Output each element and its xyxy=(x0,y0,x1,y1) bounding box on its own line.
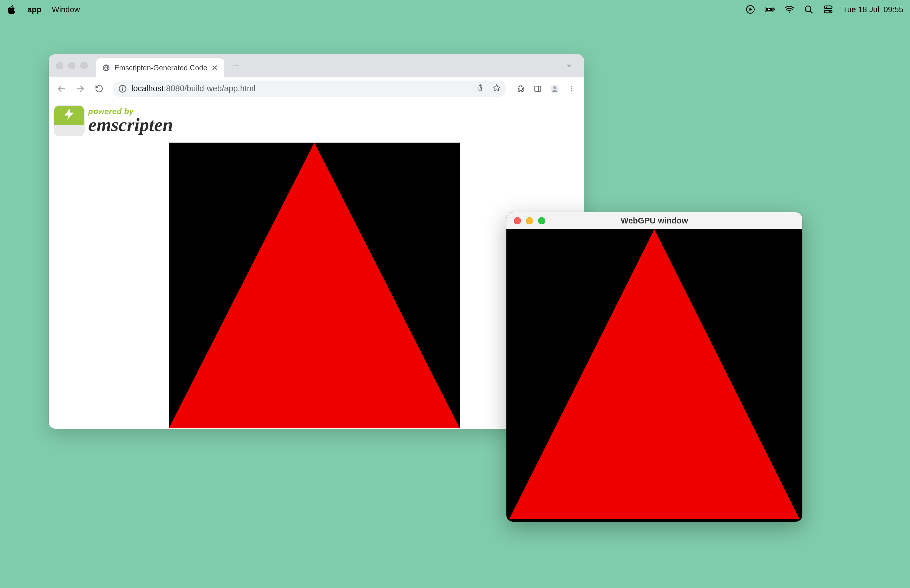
control-center-icon[interactable] xyxy=(823,4,833,15)
toolbar-actions xyxy=(513,81,579,96)
address-bar[interactable]: localhost:8080/build-web/app.html xyxy=(113,81,506,97)
native-app-window: WebGPU window xyxy=(506,212,802,522)
svg-point-6 xyxy=(789,11,790,13)
spotlight-icon[interactable] xyxy=(803,4,814,15)
svg-line-8 xyxy=(810,11,813,13)
back-button[interactable] xyxy=(53,81,70,97)
forward-button[interactable] xyxy=(73,81,88,97)
webgpu-canvas-web xyxy=(169,142,460,428)
close-dot-icon[interactable] xyxy=(514,217,521,225)
window-menu[interactable]: Window xyxy=(52,5,80,14)
browser-tab[interactable]: Emscripten-Generated Code ✕ xyxy=(96,58,224,77)
svg-point-18 xyxy=(122,86,123,87)
share-icon[interactable] xyxy=(476,84,484,94)
menubar-left: app Window xyxy=(7,4,80,15)
zoom-dot-icon[interactable] xyxy=(538,217,545,225)
browser-viewport: powered by emscripten xyxy=(48,100,584,429)
emscripten-logo: powered by emscripten xyxy=(54,106,173,136)
menubar-datetime[interactable]: Tue 18 Jul 09:55 xyxy=(842,5,903,14)
svg-marker-19 xyxy=(493,84,500,91)
menubar-right: Tue 18 Jul 09:55 xyxy=(745,4,903,15)
native-window-title: WebGPU window xyxy=(506,216,802,226)
menubar-time: 09:55 xyxy=(884,5,903,14)
svg-point-26 xyxy=(571,90,572,91)
svg-rect-9 xyxy=(824,6,832,9)
browser-toolbar: localhost:8080/build-web/app.html xyxy=(48,77,584,100)
svg-marker-27 xyxy=(65,109,73,120)
apple-logo-icon[interactable] xyxy=(7,4,17,15)
emscripten-badge-icon xyxy=(54,106,84,136)
globe-icon xyxy=(102,64,110,72)
macos-menubar: app Window Tue 18 Jul 09:55 xyxy=(0,0,910,19)
emscripten-name: emscripten xyxy=(88,115,173,134)
profile-avatar-icon[interactable] xyxy=(548,81,562,96)
red-triangle xyxy=(509,229,799,519)
svg-marker-29 xyxy=(509,229,799,519)
svg-point-12 xyxy=(829,11,831,13)
svg-point-10 xyxy=(826,7,828,8)
bookmark-star-icon[interactable] xyxy=(493,84,501,94)
tabs-overflow-button[interactable] xyxy=(562,59,575,72)
reload-button[interactable] xyxy=(91,81,107,97)
svg-point-7 xyxy=(805,6,811,11)
svg-marker-28 xyxy=(169,142,460,428)
svg-point-23 xyxy=(554,86,556,89)
svg-rect-3 xyxy=(774,8,775,11)
zoom-dot-icon[interactable] xyxy=(80,62,87,69)
svg-point-25 xyxy=(571,88,572,89)
tab-title: Emscripten-Generated Code xyxy=(114,63,207,72)
url-host: localhost xyxy=(131,84,164,93)
svg-point-24 xyxy=(571,86,572,87)
url-text: localhost:8080/build-web/app.html xyxy=(131,84,255,93)
webgpu-canvas-native xyxy=(509,229,799,519)
window-controls[interactable] xyxy=(514,217,545,225)
native-titlebar[interactable]: WebGPU window xyxy=(506,212,802,229)
app-menu[interactable]: app xyxy=(27,5,41,14)
svg-rect-11 xyxy=(824,10,832,13)
kebab-menu-icon[interactable] xyxy=(564,81,579,96)
tab-close-icon[interactable]: ✕ xyxy=(212,63,218,73)
screen-record-icon[interactable] xyxy=(745,4,755,15)
new-tab-button[interactable]: ＋ xyxy=(228,58,244,73)
url-path: :8080/build-web/app.html xyxy=(164,84,256,93)
red-triangle xyxy=(169,142,460,428)
menubar-date: Tue 18 Jul xyxy=(842,5,879,14)
extensions-icon[interactable] xyxy=(513,81,528,96)
wifi-icon[interactable] xyxy=(784,4,794,15)
emscripten-text: powered by emscripten xyxy=(88,107,173,134)
bolt-icon xyxy=(62,106,76,125)
tab-strip: Emscripten-Generated Code ✕ ＋ xyxy=(48,54,584,77)
close-dot-icon[interactable] xyxy=(56,62,63,69)
svg-rect-20 xyxy=(535,86,541,91)
site-info-icon[interactable] xyxy=(118,84,127,93)
sidepanel-icon[interactable] xyxy=(530,81,545,96)
svg-marker-1 xyxy=(750,8,752,11)
minimize-dot-icon[interactable] xyxy=(526,217,533,225)
minimize-dot-icon[interactable] xyxy=(68,62,76,69)
window-controls-inactive[interactable] xyxy=(56,62,87,69)
browser-window: Emscripten-Generated Code ✕ ＋ localhost:… xyxy=(48,54,584,429)
battery-icon[interactable] xyxy=(765,4,775,15)
